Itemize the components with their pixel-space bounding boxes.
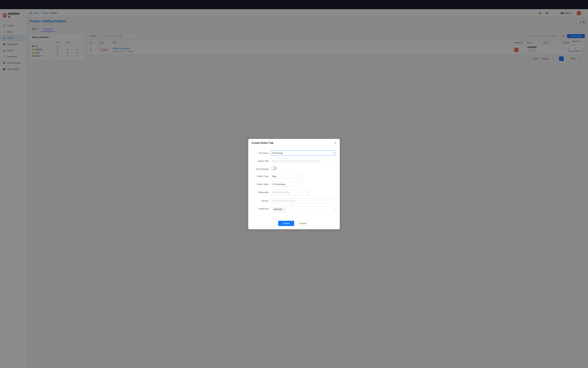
handle-by-arrow: ▾	[333, 208, 334, 211]
my-following-control	[271, 166, 336, 171]
my-following-label: My Following	[252, 166, 269, 170]
defect-type-arrow: ▾	[300, 175, 301, 177]
form-row-handle-by: Handle By 低头种花 ✕ ▾	[252, 206, 336, 212]
form-row-defect-title: Defect Title	[252, 158, 336, 164]
modal-cancel-button[interactable]: Cancel	[296, 221, 310, 226]
defect-state-label: Defect State	[252, 182, 269, 185]
deliverable-label: Deliverable	[252, 190, 269, 193]
deliverable-placeholder: 请选择交付物名称	[272, 191, 289, 194]
handle-by-select[interactable]: 低头种花 ✕ ▾	[271, 206, 336, 212]
toggle-knob	[271, 167, 274, 170]
state-indicator-dot	[272, 184, 274, 185]
deliverable-control: 请选择交付物名称 ▾	[271, 190, 336, 195]
defect-type-control: Bug ▾	[271, 174, 336, 179]
defect-state-control: Processing ▾	[271, 182, 336, 187]
modal-body: Tab Name ℹ Defect Title	[248, 147, 340, 219]
form-row-version: Version	[252, 198, 336, 203]
defect-state-arrow: ▾	[300, 183, 301, 185]
defect-type-label: Defect Type	[252, 174, 269, 177]
tab-name-input[interactable]	[271, 150, 336, 156]
defect-title-input[interactable]	[271, 158, 336, 164]
modal-footer: Create Cancel	[248, 219, 340, 229]
defect-type-select[interactable]: Bug ▾	[271, 174, 303, 179]
modal-overlay: Create Defect Tab ✕ Tab Name ℹ Defe	[0, 0, 588, 368]
defect-type-value: Bug	[272, 175, 276, 177]
tab-name-control: ℹ	[271, 150, 336, 156]
form-row-tab-name: Tab Name ℹ	[252, 150, 336, 156]
tab-name-label: Tab Name	[252, 150, 269, 154]
defect-title-control	[271, 158, 336, 164]
handle-by-tag-close[interactable]: ✕	[282, 208, 284, 211]
defect-state-value: Processing	[275, 183, 285, 185]
modal-header: Create Defect Tab ✕	[248, 139, 340, 147]
form-row-defect-state: Defect State Processing ▾	[252, 182, 336, 187]
version-input[interactable]	[271, 198, 336, 203]
form-row-deliverable: Deliverable 请选择交付物名称 ▾	[252, 190, 336, 195]
defect-state-select[interactable]: Processing ▾	[271, 182, 303, 187]
modal-create-button[interactable]: Create	[278, 221, 294, 226]
handle-by-control: 低头种花 ✕ ▾	[271, 206, 336, 212]
version-label: Version	[252, 198, 269, 202]
deliverable-arrow: ▾	[307, 191, 308, 193]
deliverable-select[interactable]: 请选择交付物名称 ▾	[271, 190, 310, 195]
create-defect-tab-modal: Create Defect Tab ✕ Tab Name ℹ Defe	[248, 139, 340, 229]
form-row-my-following: My Following	[252, 166, 336, 171]
handle-by-tag: 低头种花 ✕	[272, 208, 285, 211]
handle-by-tag-value: 低头种花	[274, 208, 281, 211]
modal-close-button[interactable]: ✕	[334, 141, 336, 145]
version-control	[271, 198, 336, 203]
form-row-defect-type: Defect Type Bug ▾	[252, 174, 336, 179]
modal-title: Create Defect Tab	[252, 141, 274, 145]
defect-title-label: Defect Title	[252, 158, 269, 162]
handle-by-label: Handle By	[252, 206, 269, 210]
tab-name-info-icon: ℹ	[333, 152, 334, 154]
my-following-toggle[interactable]	[271, 166, 277, 170]
